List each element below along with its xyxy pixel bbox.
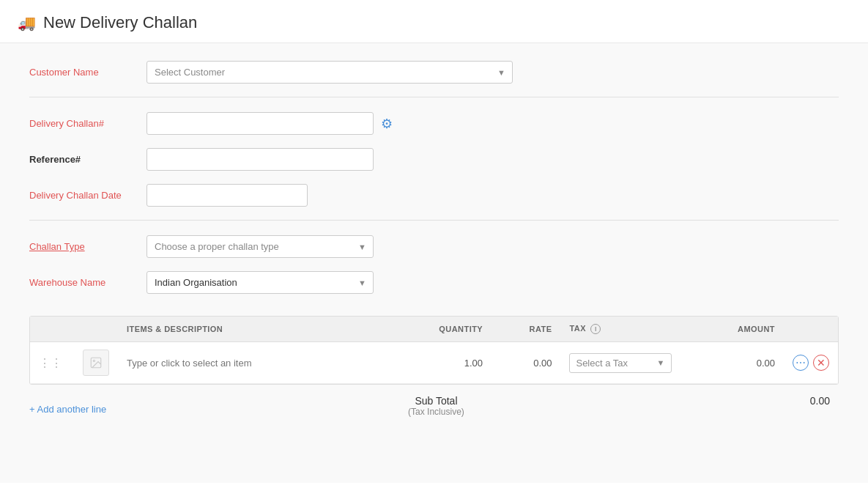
add-line-button[interactable]: + Add another line — [29, 404, 106, 415]
reference-row: Reference# — [29, 148, 839, 171]
subtotal-block: Sub Total (Tax Inclusive) — [408, 395, 464, 417]
page-header: 🚚 New Delivery Challan — [0, 0, 868, 43]
row-expand-button[interactable]: ⋯ — [793, 355, 809, 371]
challan-type-label: Challan Type — [29, 241, 146, 252]
settings-icon[interactable]: ⚙ — [381, 116, 393, 132]
divider-2 — [29, 220, 839, 221]
items-col-header: ITEMS & DESCRIPTION — [118, 317, 399, 342]
actions-col-header — [784, 317, 838, 342]
warehouse-row: Warehouse Name Indian Organisation ▼ — [29, 271, 839, 294]
rate-col-header: RATE — [492, 317, 560, 342]
qty-col-header: QUANTITY — [399, 317, 492, 342]
subtotal-note: (Tax Inclusive) — [408, 407, 464, 417]
item-qty-cell: 1.00 — [399, 342, 492, 384]
challan-number-row: Delivery Challan# DC-00001 ⚙ — [29, 112, 839, 135]
page-title: New Delivery Challan — [43, 13, 197, 32]
footer-section: + Add another line Sub Total (Tax Inclus… — [29, 395, 839, 417]
challan-number-input[interactable]: DC-00001 — [146, 112, 374, 135]
tax-col-header: TAX i — [560, 317, 693, 342]
drag-handle-icon[interactable]: ⋮⋮ — [39, 357, 62, 369]
challan-type-row: Challan Type Choose a proper challan typ… — [29, 235, 839, 258]
reference-input[interactable] — [146, 148, 374, 171]
image-col-header — [74, 317, 118, 342]
table-row: ⋮⋮ 1.00 — [30, 342, 838, 384]
challan-type-select[interactable]: Choose a proper challan type — [146, 235, 374, 258]
customer-select[interactable]: Select Customer — [146, 61, 513, 84]
row-actions-cell: ⋯ ✕ — [784, 342, 838, 384]
form-body: Customer Name Select Customer ▼ Delivery… — [0, 43, 868, 483]
row-actions: ⋯ ✕ — [793, 355, 829, 371]
challan-date-input[interactable]: 06/12/2017 — [146, 184, 308, 207]
tax-select[interactable]: Select a Tax — [569, 353, 672, 373]
drag-col-header — [30, 317, 74, 342]
tax-info-icon[interactable]: i — [590, 324, 601, 334]
challan-number-label: Delivery Challan# — [29, 118, 146, 129]
tax-select-wrapper: Select a Tax ▼ — [569, 353, 672, 373]
customer-select-wrapper: Select Customer ▼ — [146, 61, 513, 84]
svg-point-1 — [93, 360, 94, 361]
item-description-input[interactable] — [127, 358, 390, 369]
challan-date-label: Delivery Challan Date — [29, 190, 146, 201]
challan-type-select-wrapper: Choose a proper challan type ▼ — [146, 235, 374, 258]
warehouse-select[interactable]: Indian Organisation — [146, 271, 374, 294]
item-rate-cell: 0.00 — [492, 342, 560, 384]
subtotal-value: 0.00 — [810, 395, 839, 407]
customer-row: Customer Name Select Customer ▼ — [29, 61, 839, 84]
challan-date-row: Delivery Challan Date 06/12/2017 — [29, 184, 839, 207]
warehouse-select-wrapper: Indian Organisation ▼ — [146, 271, 374, 294]
challan-number-input-group: DC-00001 ⚙ — [146, 112, 393, 135]
item-amount-cell: 0.00 — [693, 342, 784, 384]
customer-label: Customer Name — [29, 67, 146, 78]
table-header-row: ITEMS & DESCRIPTION QUANTITY RATE TAX i … — [30, 317, 838, 342]
item-image-cell — [74, 342, 118, 384]
item-image-placeholder — [83, 350, 109, 376]
subtotal-label: Sub Total — [415, 395, 457, 407]
items-section: ITEMS & DESCRIPTION QUANTITY RATE TAX i … — [29, 316, 839, 385]
item-tax-cell: Select a Tax ▼ — [560, 342, 693, 384]
delivery-challan-icon: 🚚 — [18, 14, 36, 32]
amount-col-header: AMOUNT — [693, 317, 784, 342]
items-table: ITEMS & DESCRIPTION QUANTITY RATE TAX i … — [30, 317, 838, 384]
drag-handle-cell: ⋮⋮ — [30, 342, 74, 384]
reference-label: Reference# — [29, 154, 146, 165]
item-description-cell — [118, 342, 399, 384]
divider-1 — [29, 97, 839, 97]
row-delete-button[interactable]: ✕ — [813, 355, 829, 371]
warehouse-label: Warehouse Name — [29, 277, 146, 288]
